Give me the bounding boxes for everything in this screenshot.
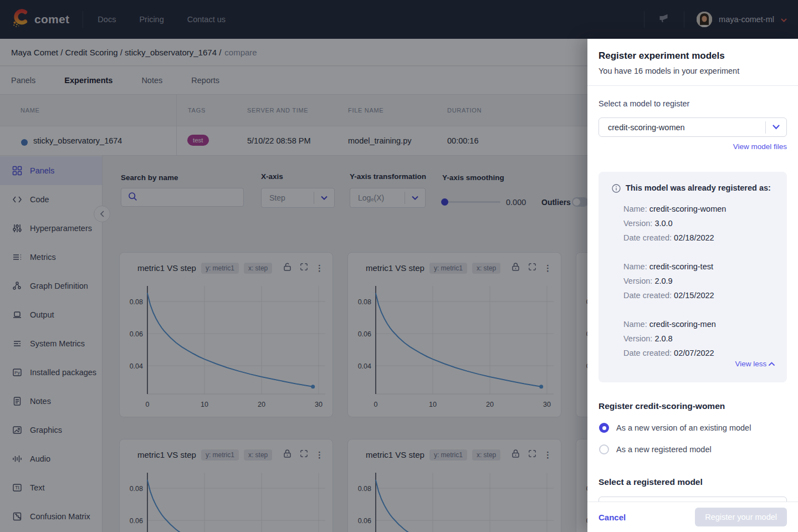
- info-icon: [612, 184, 621, 195]
- select-model-label: Select a model to register: [598, 99, 689, 108]
- date-label: Date created:: [623, 291, 672, 300]
- view-less-link[interactable]: View less: [735, 360, 775, 368]
- view-less-text: View less: [735, 360, 766, 368]
- registered-version-entry: Name: credit-scoring-men Version: 2.0.8 …: [623, 317, 775, 360]
- already-registered-info-box: This model was already registered as: Na…: [598, 172, 787, 382]
- date-label: Date created:: [623, 233, 672, 242]
- registered-version-entry: Name: credit-scoring-test Version: 2.0.9…: [623, 259, 775, 303]
- name-value: credit-scoring-men: [649, 320, 716, 329]
- date-label: Date created:: [623, 349, 672, 357]
- register-model-button[interactable]: Register your model: [695, 508, 787, 526]
- name-label: Name:: [623, 320, 647, 329]
- name-label: Name:: [623, 262, 647, 271]
- model-select-value: credit-scoring-women: [599, 123, 765, 132]
- registered-versions-list: Name: credit-scoring-women Version: 3.0.…: [623, 202, 775, 360]
- name-value: credit-scoring-test: [649, 262, 713, 271]
- modal-subtitle: You have 16 models in your experiment: [598, 66, 787, 75]
- radio-label: As a new version of an existing model: [616, 423, 751, 432]
- date-value: 02/18/2022: [674, 233, 714, 242]
- registered-version-entry: Name: credit-scoring-women Version: 3.0.…: [623, 202, 775, 245]
- cancel-button[interactable]: Cancel: [598, 513, 626, 522]
- model-select[interactable]: credit-scoring-women: [598, 117, 787, 137]
- radio-unselected-icon: [599, 444, 609, 454]
- info-title: This model was already registered as:: [626, 183, 771, 192]
- modal-header: Register experiment models You have 16 m…: [587, 39, 798, 86]
- version-label: Version:: [623, 277, 652, 285]
- view-model-files-link[interactable]: View model files: [733, 142, 787, 151]
- radio-new-model[interactable]: As a new registered model: [599, 444, 712, 454]
- radio-new-version[interactable]: As a new version of an existing model: [599, 423, 751, 433]
- date-value: 02/07/2022: [674, 349, 714, 357]
- name-label: Name:: [623, 204, 647, 213]
- register-model-heading: Register credit-scoring-women: [598, 401, 725, 411]
- date-value: 02/15/2022: [674, 291, 714, 300]
- register-models-panel: Register experiment models You have 16 m…: [587, 39, 798, 532]
- select-registered-model-label: Select a registered model: [598, 477, 703, 487]
- radio-label: As a new registered model: [616, 445, 712, 454]
- chevron-down-icon: [766, 125, 786, 130]
- version-label: Version:: [623, 334, 652, 343]
- modal-footer: Cancel Register your model: [587, 502, 798, 532]
- name-value: credit-scoring-women: [649, 204, 727, 213]
- version-value: 2.0.9: [654, 277, 672, 285]
- version-label: Version:: [623, 219, 652, 228]
- modal-title: Register experiment models: [598, 50, 787, 62]
- version-value: 3.0.0: [654, 219, 672, 228]
- radio-selected-icon: [599, 423, 609, 433]
- version-value: 2.0.8: [654, 334, 672, 343]
